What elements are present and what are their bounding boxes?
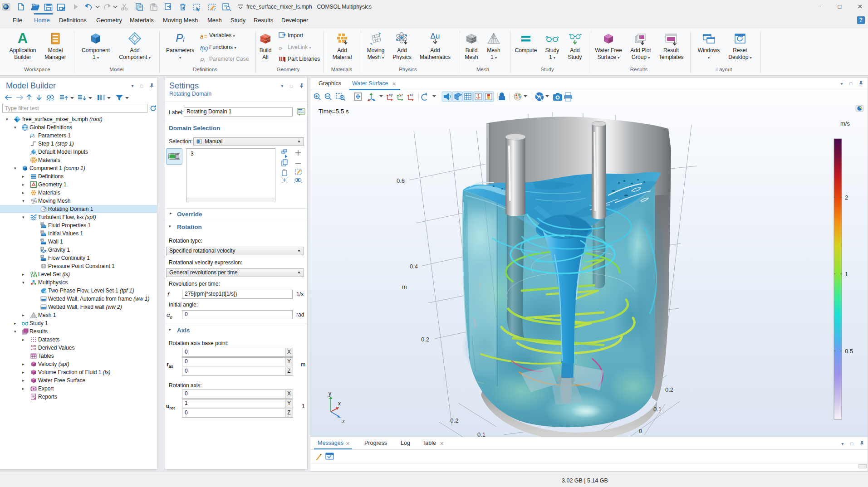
svg-text:x: x <box>338 400 341 407</box>
svg-text:0.1: 0.1 <box>653 406 662 413</box>
svg-text:0.2: 0.2 <box>421 336 429 343</box>
svg-text:D: D <box>41 231 43 234</box>
svg-text:xz: xz <box>410 93 414 97</box>
svg-text:0.1: 0.1 <box>477 431 485 437</box>
svg-text:Time=5.5 s: Time=5.5 s <box>319 108 349 115</box>
svg-text:1: 1 <box>845 271 848 278</box>
svg-text:xy: xy <box>389 93 393 97</box>
svg-text:2: 2 <box>845 194 848 201</box>
svg-text:y: y <box>329 390 331 397</box>
svg-text:D: D <box>41 255 43 258</box>
svg-text:0.4: 0.4 <box>410 263 418 270</box>
svg-text:m/s: m/s <box>840 120 850 127</box>
svg-text:-0.2: -0.2 <box>448 417 458 424</box>
svg-text:D: D <box>41 223 43 225</box>
svg-text:D: D <box>41 239 43 242</box>
svg-text:0.6: 0.6 <box>397 177 405 184</box>
svg-text:yz: yz <box>399 93 403 97</box>
svg-text:0.5: 0.5 <box>845 348 853 355</box>
svg-text:z: z <box>342 418 345 424</box>
svg-text:0.2: 0.2 <box>665 386 673 393</box>
svg-text:m: m <box>402 283 407 290</box>
svg-text:0: 0 <box>639 428 642 434</box>
svg-text:D: D <box>41 247 43 250</box>
